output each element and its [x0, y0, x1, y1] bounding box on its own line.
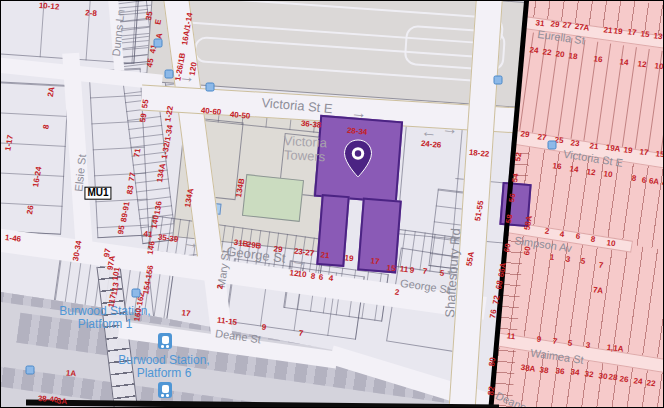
- transit-stop-icon[interactable]: [154, 39, 163, 48]
- transit-stop-icon[interactable]: [132, 289, 141, 298]
- map-canvas[interactable]: Dunns LnElsie StVictoria St EMary StGeor…: [0, 0, 664, 408]
- one-way-arrow-right-icon: [178, 68, 195, 85]
- icon-layer: [1, 1, 663, 407]
- transit-stop-icon[interactable]: [494, 76, 503, 85]
- one-way-arrow-right-icon: [290, 252, 308, 270]
- transit-stop-icon[interactable]: [206, 83, 215, 92]
- transit-stop-icon[interactable]: [26, 366, 35, 375]
- one-way-arrow-right-icon: [441, 120, 459, 138]
- one-way-arrow-right-icon: [350, 104, 367, 121]
- one-way-arrow-right-icon: [182, 234, 200, 252]
- train-station-icon[interactable]: [158, 333, 172, 349]
- transit-stop-icon[interactable]: [165, 70, 174, 79]
- one-way-arrow-left-icon: [420, 123, 438, 141]
- transit-stop-icon[interactable]: [548, 141, 557, 150]
- train-station-icon[interactable]: [158, 382, 172, 398]
- location-pin-icon[interactable]: [343, 139, 373, 179]
